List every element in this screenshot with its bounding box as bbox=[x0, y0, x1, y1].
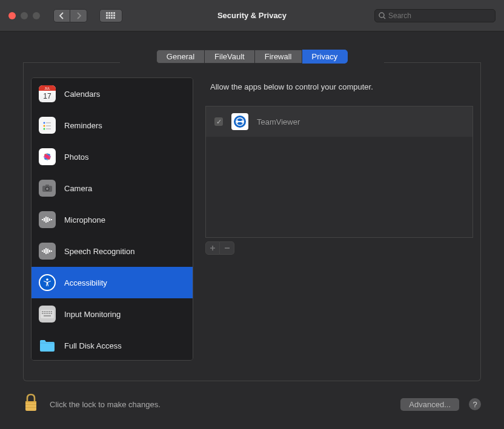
svg-rect-37 bbox=[51, 219, 52, 220]
svg-rect-36 bbox=[49, 218, 50, 221]
sidebar-item-reminders[interactable]: Reminders bbox=[31, 110, 193, 141]
svg-point-44 bbox=[46, 278, 48, 281]
svg-rect-54 bbox=[45, 313, 47, 314]
sidebar-item-label: Calendars bbox=[64, 90, 100, 99]
svg-rect-51 bbox=[51, 311, 52, 312]
add-app-button[interactable] bbox=[205, 241, 220, 255]
svg-rect-65 bbox=[25, 404, 36, 405]
minimize-window-button[interactable] bbox=[21, 12, 28, 19]
microphone-icon bbox=[39, 211, 56, 228]
svg-rect-38 bbox=[42, 251, 43, 252]
svg-rect-50 bbox=[49, 311, 50, 312]
tab-general[interactable]: General bbox=[156, 50, 205, 64]
svg-rect-48 bbox=[45, 311, 47, 312]
reminders-icon bbox=[39, 117, 56, 134]
privacy-category-sidebar[interactable]: JUL 17 Calendars Reminders bbox=[31, 77, 193, 361]
svg-line-13 bbox=[383, 17, 385, 19]
svg-rect-41 bbox=[47, 249, 48, 254]
advanced-button[interactable]: Advanced... bbox=[400, 398, 459, 411]
svg-rect-58 bbox=[44, 315, 51, 316]
sidebar-item-speech[interactable]: Speech Recognition bbox=[31, 235, 193, 267]
sidebar-item-label: Speech Recognition bbox=[64, 247, 134, 256]
svg-rect-3 bbox=[113, 12, 115, 14]
svg-rect-52 bbox=[42, 313, 43, 314]
back-button[interactable] bbox=[53, 9, 70, 22]
tab-privacy[interactable]: Privacy bbox=[302, 50, 348, 64]
sidebar-item-label: Photos bbox=[64, 152, 88, 162]
sidebar-item-camera[interactable]: Camera bbox=[31, 172, 193, 204]
sidebar-item-label: Accessibility bbox=[64, 278, 107, 287]
camera-icon bbox=[39, 180, 56, 197]
svg-rect-47 bbox=[44, 311, 45, 312]
sidebar-item-photos[interactable]: Photos bbox=[31, 141, 193, 172]
tab-strip: General FileVault Firewall Privacy bbox=[0, 31, 504, 64]
sidebar-item-input-monitoring[interactable]: Input Monitoring bbox=[31, 298, 193, 330]
window-title: Security & Privacy bbox=[217, 11, 287, 20]
tab-filevault[interactable]: FileVault bbox=[205, 50, 255, 64]
svg-rect-63 bbox=[25, 401, 36, 411]
accessibility-icon bbox=[39, 274, 56, 291]
svg-rect-4 bbox=[106, 15, 108, 16]
svg-rect-6 bbox=[111, 15, 113, 16]
traffic-lights bbox=[8, 12, 40, 19]
zoom-window-button[interactable] bbox=[33, 12, 40, 19]
search-field[interactable] bbox=[374, 9, 496, 22]
app-checkbox[interactable] bbox=[214, 117, 223, 126]
svg-rect-5 bbox=[108, 15, 110, 16]
svg-rect-62 bbox=[237, 121, 242, 122]
svg-point-31 bbox=[46, 188, 48, 190]
sidebar-item-label: Camera bbox=[64, 184, 92, 193]
folder-icon bbox=[39, 337, 56, 354]
svg-rect-15 bbox=[46, 122, 51, 123]
sidebar-item-label: Full Disk Access bbox=[64, 341, 122, 350]
calendar-icon: JUL 17 bbox=[39, 85, 56, 102]
svg-rect-33 bbox=[44, 218, 45, 221]
svg-rect-17 bbox=[46, 125, 51, 126]
sidebar-item-accessibility[interactable]: Accessibility bbox=[31, 267, 193, 298]
svg-rect-8 bbox=[106, 17, 108, 19]
lock-hint-text: Click the lock to make changes. bbox=[50, 400, 161, 409]
content-pane: Allow the apps below to control your com… bbox=[205, 77, 473, 373]
grid-icon bbox=[106, 12, 116, 19]
help-button[interactable]: ? bbox=[469, 398, 481, 410]
svg-point-16 bbox=[44, 125, 45, 127]
svg-rect-53 bbox=[44, 313, 45, 314]
sidebar-item-label: Microphone bbox=[64, 215, 105, 224]
show-all-button[interactable] bbox=[99, 9, 122, 22]
svg-rect-35 bbox=[47, 217, 48, 222]
svg-rect-46 bbox=[42, 311, 43, 312]
svg-rect-49 bbox=[47, 311, 48, 312]
svg-point-12 bbox=[379, 13, 384, 18]
svg-rect-56 bbox=[49, 313, 50, 314]
tab-firewall[interactable]: Firewall bbox=[255, 50, 302, 64]
sidebar-item-full-disk[interactable]: Full Disk Access bbox=[31, 330, 193, 361]
sidebar-item-calendars[interactable]: JUL 17 Calendars bbox=[31, 78, 193, 110]
svg-rect-11 bbox=[113, 17, 115, 19]
svg-rect-55 bbox=[47, 313, 48, 314]
sidebar-item-label: Reminders bbox=[64, 121, 102, 130]
svg-rect-0 bbox=[106, 12, 108, 14]
svg-rect-1 bbox=[108, 12, 110, 14]
content-description: Allow the apps below to control your com… bbox=[205, 82, 473, 106]
close-window-button[interactable] bbox=[8, 12, 16, 19]
lock-button[interactable] bbox=[23, 393, 40, 416]
sidebar-item-microphone[interactable]: Microphone bbox=[31, 204, 193, 235]
forward-button[interactable] bbox=[70, 9, 87, 22]
search-input[interactable] bbox=[388, 11, 491, 20]
keyboard-icon bbox=[39, 306, 56, 323]
svg-rect-40 bbox=[45, 248, 47, 254]
svg-rect-19 bbox=[46, 128, 51, 129]
svg-rect-2 bbox=[111, 12, 113, 14]
svg-rect-57 bbox=[51, 313, 52, 314]
svg-rect-10 bbox=[111, 17, 113, 19]
app-permission-list[interactable]: TeamViewer bbox=[205, 106, 473, 238]
svg-rect-34 bbox=[45, 217, 47, 223]
app-row[interactable]: TeamViewer bbox=[206, 106, 472, 137]
main-panel: JUL 17 Calendars Reminders bbox=[23, 63, 481, 381]
minus-icon bbox=[224, 245, 230, 251]
sidebar-item-label: Input Monitoring bbox=[64, 310, 121, 319]
svg-rect-66 bbox=[25, 407, 36, 408]
chevron-right-icon bbox=[76, 12, 82, 19]
remove-app-button[interactable] bbox=[220, 241, 234, 255]
teamviewer-icon bbox=[231, 113, 248, 130]
